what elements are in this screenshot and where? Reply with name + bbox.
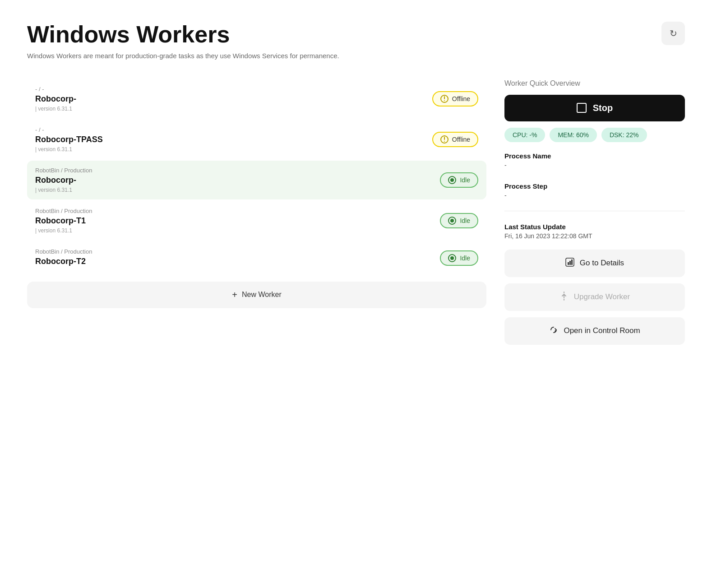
dsk-badge: DSK: 22% <box>601 128 647 142</box>
divider <box>504 211 685 211</box>
worker-item-2[interactable]: - / - Robocorp-TPASS | version 6.31.1 Of… <box>27 120 486 159</box>
status-icon <box>440 95 448 103</box>
worker-item-3[interactable]: RobotBin / Production Robocorp- | versio… <box>27 161 486 199</box>
mem-badge: MEM: 60% <box>550 128 596 142</box>
svg-point-1 <box>444 100 445 101</box>
process-step-section: Process Step - <box>504 179 685 203</box>
new-worker-button[interactable]: + New Worker <box>27 282 486 308</box>
upgrade-icon <box>559 292 569 303</box>
process-name-section: Process Name - <box>504 148 685 172</box>
page-title: Windows Workers <box>27 22 230 47</box>
worker-item-4[interactable]: RobotBin / Production Robocorp-T1 | vers… <box>27 201 486 240</box>
worker-name: Robocorp- <box>35 176 440 185</box>
worker-version: | version 6.31.1 <box>35 227 440 234</box>
plus-icon: + <box>232 290 237 300</box>
last-status-section: Last Status Update Fri, 16 Jun 2023 12:2… <box>504 219 685 243</box>
worker-version: | version 6.31.1 <box>35 106 432 112</box>
worker-name: Robocorp-T1 <box>35 216 440 226</box>
process-step-value: - <box>504 192 685 199</box>
resource-badges: CPU: -% MEM: 60% DSK: 22% <box>504 128 685 142</box>
worker-breadcrumb: - / - <box>35 126 432 133</box>
details-icon <box>565 258 574 269</box>
refresh-button[interactable]: ↻ <box>661 22 685 45</box>
svg-rect-11 <box>568 262 569 265</box>
svg-rect-13 <box>571 259 573 265</box>
open-control-room-label: Open in Control Room <box>564 326 640 335</box>
svg-point-5 <box>450 178 454 182</box>
go-to-details-button[interactable]: Go to Details <box>504 250 685 277</box>
process-step-label: Process Step <box>504 182 685 190</box>
process-name-label: Process Name <box>504 152 685 160</box>
worker-breadcrumb: - / - <box>35 86 432 93</box>
status-icon <box>448 176 456 184</box>
worker-quick-overview-panel: Worker Quick Overview Stop CPU: -% MEM: … <box>504 79 685 345</box>
last-status-value: Fri, 16 Jun 2023 12:22:08 GMT <box>504 232 685 240</box>
svg-point-9 <box>450 256 454 260</box>
status-badge: Idle <box>440 172 478 188</box>
svg-point-3 <box>444 141 445 142</box>
status-icon <box>448 254 456 262</box>
worker-name: Robocorp-T2 <box>35 257 440 266</box>
workers-list: - / - Robocorp- | version 6.31.1 Offline… <box>27 79 486 308</box>
process-name-value: - <box>504 162 685 169</box>
refresh-icon: ↻ <box>670 28 677 39</box>
last-status-label: Last Status Update <box>504 223 685 231</box>
worker-breadcrumb: RobotBin / Production <box>35 208 440 214</box>
upgrade-worker-button[interactable]: Upgrade Worker <box>504 283 685 311</box>
svg-rect-12 <box>569 261 571 265</box>
status-icon <box>440 135 448 144</box>
worker-version: | version 6.31.1 <box>35 146 432 153</box>
page-subtitle: Windows Workers are meant for production… <box>27 51 685 61</box>
status-badge: Offline <box>432 132 478 147</box>
worker-name: Robocorp-TPASS <box>35 135 432 144</box>
svg-point-7 <box>450 219 454 222</box>
panel-title: Worker Quick Overview <box>504 79 685 88</box>
worker-breadcrumb: RobotBin / Production <box>35 167 440 174</box>
worker-item-1[interactable]: - / - Robocorp- | version 6.31.1 Offline <box>27 79 486 118</box>
cpu-badge: CPU: -% <box>504 128 545 142</box>
upgrade-worker-label: Upgrade Worker <box>574 292 630 301</box>
open-control-room-button[interactable]: Open in Control Room <box>504 317 685 345</box>
go-to-details-label: Go to Details <box>580 259 624 268</box>
worker-item-5[interactable]: RobotBin / Production Robocorp-T2 Idle <box>27 242 486 274</box>
new-worker-label: New Worker <box>242 291 282 299</box>
status-icon <box>448 217 456 225</box>
worker-breadcrumb: RobotBin / Production <box>35 248 440 255</box>
worker-version: | version 6.31.1 <box>35 187 440 193</box>
worker-name: Robocorp- <box>35 94 432 104</box>
status-badge: Offline <box>432 91 478 106</box>
stop-icon <box>577 103 587 113</box>
stop-button[interactable]: Stop <box>504 95 685 121</box>
control-room-icon <box>549 325 558 337</box>
status-badge: Idle <box>440 213 478 228</box>
stop-label: Stop <box>593 103 613 113</box>
status-badge: Idle <box>440 250 478 266</box>
